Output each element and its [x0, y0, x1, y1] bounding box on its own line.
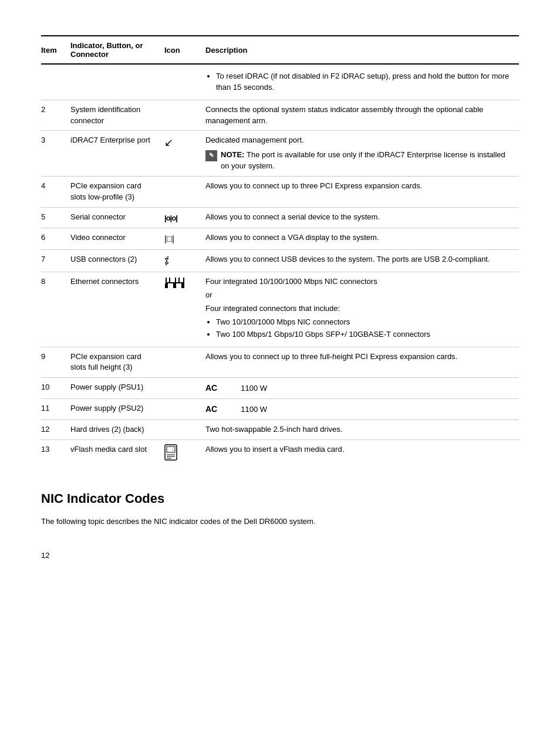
cell-description: AC1100 W: [205, 378, 519, 399]
cell-item: 3: [41, 131, 70, 177]
svg-rect-11: [182, 287, 184, 288]
ac-info: AC1100 W: [205, 382, 513, 394]
cell-indicator: Video connector: [70, 228, 164, 250]
cell-icon: [164, 176, 205, 207]
cell-description: Allows you to connect up to three full-h…: [205, 347, 519, 378]
video-icon: |□|: [164, 234, 174, 244]
page-number: 12: [41, 551, 519, 560]
cell-description: Allows you to insert a vFlash media card…: [205, 439, 519, 468]
header-indicator: Indicator, Button, or Connector: [70, 36, 164, 64]
cell-icon: [164, 378, 205, 399]
table-row: 2System identification connectorConnects…: [41, 100, 519, 131]
svg-rect-5: [178, 278, 180, 282]
desc-text: Allows you to connect a serial device to…: [205, 212, 513, 223]
ac-info: AC1100 W: [205, 403, 513, 415]
cell-item: 11: [41, 399, 70, 420]
table-row: 8Ethernet connectors Four integrated 10/…: [41, 272, 519, 347]
cell-icon: [164, 64, 205, 100]
header-description: Description: [205, 36, 519, 64]
cell-icon: ↙: [164, 131, 205, 177]
desc-text: Allows you to connect up to three PCI Ex…: [205, 181, 513, 192]
desc-text: Allows you to connect a VGA display to t…: [205, 232, 513, 244]
vflash-icon: ↓: [164, 453, 180, 462]
table-row: 6Video connector|□|Allows you to connect…: [41, 228, 519, 250]
cell-icon: [164, 420, 205, 439]
svg-rect-10: [174, 287, 176, 288]
desc-text-include: Four integrated connectors that include:: [205, 303, 513, 314]
cell-icon: |□|: [164, 228, 205, 250]
header-item: Item: [41, 36, 70, 64]
table-row: 7USB connectors (2)⨋Allows you to connec…: [41, 250, 519, 272]
cell-description: Allows you to connect USB devices to the…: [205, 250, 519, 272]
cell-icon: [164, 100, 205, 131]
header-icon: Icon: [164, 36, 205, 64]
section-heading: NIC Indicator Codes: [41, 491, 519, 506]
cell-item: 2: [41, 100, 70, 131]
cell-item: 4: [41, 176, 70, 207]
desc-text: Allows you to connect USB devices to the…: [205, 254, 513, 265]
list-item: Two 10/100/1000 Mbps NIC connectors: [216, 317, 513, 328]
cell-item: 7: [41, 250, 70, 272]
cell-indicator: System identification connector: [70, 100, 164, 131]
ac-label: AC: [205, 403, 217, 415]
cell-indicator: Ethernet connectors: [70, 272, 164, 347]
ethernet-icon: [164, 282, 185, 291]
cell-icon: [164, 399, 205, 420]
cell-item: 10: [41, 378, 70, 399]
desc-text: Allows you to connect up to three full-h…: [205, 351, 513, 363]
cell-item: [41, 64, 70, 100]
desc-text: Two hot-swappable 2.5-inch hard drives.: [205, 424, 513, 435]
list-item: Two 100 Mbps/1 Gbps/10 Gbps SFP+/ 10GBAS…: [216, 329, 513, 340]
cell-description: Allows you to connect a serial device to…: [205, 207, 519, 228]
desc-text-or: or: [205, 290, 513, 301]
cell-indicator: Hard drives (2) (back): [70, 420, 164, 439]
cell-icon: [164, 347, 205, 378]
wattage: 1100 W: [241, 384, 267, 393]
cell-item: 13: [41, 439, 70, 468]
cell-indicator: iDRAC7 Enterprise port: [70, 131, 164, 177]
cell-item: 12: [41, 420, 70, 439]
svg-rect-4: [175, 278, 176, 282]
cell-icon: [164, 272, 205, 347]
cell-item: 9: [41, 347, 70, 378]
table-row: 12Hard drives (2) (back)Two hot-swappabl…: [41, 420, 519, 439]
table-row: 9PCIe expansion card slots full height (…: [41, 347, 519, 378]
svg-rect-9: [166, 287, 167, 288]
desc-text: Four integrated 10/100/1000 Mbps NIC con…: [205, 276, 513, 288]
cell-indicator: PCIe expansion card slots low-profile (3…: [70, 176, 164, 207]
table-row: 10Power supply (PSU1)AC1100 W: [41, 378, 519, 399]
note-label: NOTE:: [221, 150, 247, 159]
cell-indicator: Power supply (PSU2): [70, 399, 164, 420]
cell-indicator: [70, 64, 164, 100]
note-icon: ✎: [205, 150, 217, 161]
svg-rect-2: [183, 278, 184, 283]
cell-item: 5: [41, 207, 70, 228]
cell-indicator: USB connectors (2): [70, 250, 164, 272]
desc-text: Connects the optional system status indi…: [205, 104, 513, 127]
table-row: 5Serial connector|o|o|Allows you to conn…: [41, 207, 519, 228]
cell-indicator: Power supply (PSU1): [70, 378, 164, 399]
cell-item: 8: [41, 272, 70, 347]
cell-description: Four integrated 10/100/1000 Mbps NIC con…: [205, 272, 519, 347]
table-row: 11Power supply (PSU2)AC1100 W: [41, 399, 519, 420]
desc-text: Allows you to insert a vFlash media card…: [205, 444, 513, 455]
cell-item: 6: [41, 228, 70, 250]
list-item: To reset iDRAC (if not disabled in F2 iD…: [216, 71, 513, 93]
ac-label: AC: [205, 382, 217, 394]
note-text: NOTE: The port is available for use only…: [221, 150, 513, 172]
desc-text: Dedicated management port.: [205, 135, 513, 146]
cell-description: AC1100 W: [205, 399, 519, 420]
cell-icon: ⨋: [164, 250, 205, 272]
nic-section: NIC Indicator Codes The following topic …: [41, 491, 519, 527]
cell-description: Allows you to connect up to three PCI Ex…: [205, 176, 519, 207]
cell-description: Two hot-swappable 2.5-inch hard drives.: [205, 420, 519, 439]
svg-rect-0: [166, 282, 184, 283]
cell-description: Connects the optional system status indi…: [205, 100, 519, 131]
wattage: 1100 W: [241, 405, 267, 414]
cell-icon: ↓: [164, 439, 205, 468]
serial-icon: |o|o|: [164, 214, 177, 222]
table-row: 4PCIe expansion card slots low-profile (…: [41, 176, 519, 207]
table-row: 3iDRAC7 Enterprise port↙Dedicated manage…: [41, 131, 519, 177]
cell-description: To reset iDRAC (if not disabled in F2 iD…: [205, 64, 519, 100]
svg-rect-1: [166, 278, 167, 283]
